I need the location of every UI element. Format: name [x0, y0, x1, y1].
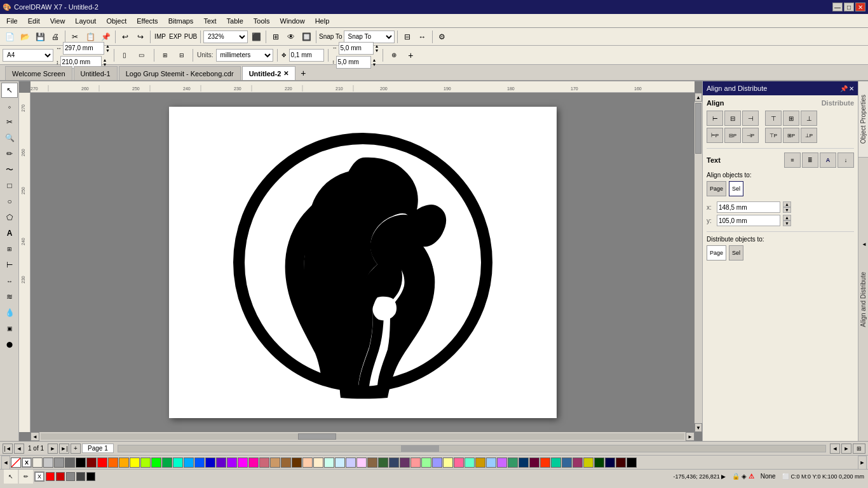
menu-tools[interactable]: Tools — [248, 16, 275, 26]
smart-fill[interactable]: ⬤ — [1, 337, 18, 352]
swatch-navy[interactable] — [389, 458, 399, 468]
y-input[interactable] — [717, 215, 780, 226]
swatch-peach[interactable] — [302, 458, 313, 468]
swatch-ltblue[interactable] — [184, 458, 194, 468]
swatch-aqua[interactable] — [465, 458, 475, 468]
swatch-ltyellow[interactable] — [443, 458, 453, 468]
no-fill-swatch[interactable] — [11, 458, 21, 468]
hscroll-right2[interactable]: ► — [841, 444, 851, 454]
swatch-mulberry[interactable] — [573, 458, 583, 468]
swatch-burgundy[interactable] — [529, 458, 539, 468]
status-color2[interactable] — [56, 472, 65, 481]
text-tool[interactable]: A — [1, 226, 18, 241]
text-align-justify[interactable]: ↓ — [837, 152, 854, 168]
dimension-tool[interactable]: ⊢ — [1, 257, 18, 273]
size1-down[interactable]: ▼ — [375, 48, 379, 53]
table-tool[interactable]: ⊞ — [1, 241, 18, 257]
connector-tool[interactable]: ↔ — [1, 273, 18, 288]
close-button[interactable]: ✕ — [855, 3, 865, 11]
swatch-dkblue[interactable] — [205, 458, 215, 468]
next-page-btn[interactable]: ► — [48, 444, 58, 454]
swatch-indigo[interactable] — [216, 458, 226, 468]
tab-welcome[interactable]: Welcome Screen — [5, 66, 72, 80]
swatch-ltpink[interactable] — [356, 458, 367, 468]
menu-object[interactable]: Object — [101, 16, 132, 26]
swatch-jade[interactable] — [551, 458, 561, 468]
size2-down[interactable]: ▼ — [372, 62, 377, 67]
publish-button[interactable]: PUB — [184, 30, 198, 44]
swatch-steel[interactable] — [562, 458, 572, 468]
units-combo[interactable]: millimeters — [216, 49, 273, 62]
hscroll-thumb[interactable] — [298, 433, 336, 440]
menu-bitmaps[interactable]: Bitmaps — [163, 16, 199, 26]
status-color1[interactable] — [46, 472, 55, 481]
status-color5[interactable] — [86, 472, 95, 481]
y-up[interactable]: ▲ — [783, 215, 791, 220]
swatch-green[interactable] — [151, 458, 161, 468]
page-tab[interactable]: Page 1 — [82, 444, 114, 453]
swatch-orange[interactable] — [108, 458, 118, 468]
swatch-red[interactable] — [97, 458, 107, 468]
node-tool[interactable]: ⬦ — [1, 98, 18, 114]
smart-draw[interactable]: 〜 — [1, 162, 18, 177]
wireframe[interactable]: 🔲 — [299, 30, 313, 44]
import-button[interactable]: IMP — [153, 30, 167, 44]
redo-button[interactable]: ↪ — [133, 30, 147, 44]
align-page-v[interactable]: ⊞P — [783, 128, 799, 143]
distribute-page[interactable]: Page — [707, 245, 726, 261]
swatch-salmon[interactable] — [410, 458, 421, 468]
height-up[interactable]: ▲ — [103, 58, 107, 62]
swatch-pink[interactable] — [248, 458, 259, 468]
swatch-darkest-green[interactable] — [594, 458, 604, 468]
undo-button[interactable]: ↩ — [118, 30, 132, 44]
page-options[interactable]: ⊞ — [158, 48, 172, 62]
swatch-prussian[interactable] — [519, 458, 529, 468]
align-page-top[interactable]: ⊤P — [765, 128, 782, 143]
snap-combo[interactable]: Snap To — [344, 30, 395, 43]
status-x-btn[interactable]: X — [34, 471, 44, 482]
save-button[interactable]: 💾 — [33, 30, 47, 44]
color-scroll-left[interactable]: ◄ — [1, 456, 10, 470]
scroll-right-button[interactable]: ► — [686, 432, 695, 441]
swatch-scarlet[interactable] — [540, 458, 550, 468]
view-mode[interactable]: 👁 — [284, 30, 298, 44]
swatch-hotpink[interactable] — [454, 458, 464, 468]
zoom-combo[interactable]: 232% 100% 50% — [203, 30, 248, 43]
swatch-blue[interactable] — [194, 458, 205, 468]
swatch-lgray[interactable] — [43, 458, 53, 468]
align-top-btn[interactable]: ⊤ — [765, 111, 782, 126]
eyedropper-tool[interactable]: 💧 — [1, 305, 18, 320]
menu-table[interactable]: Table — [222, 16, 248, 26]
swatch-wood[interactable] — [367, 458, 377, 468]
distribute-tab[interactable]: Distribute — [822, 99, 854, 107]
swatch-magenta[interactable] — [238, 458, 248, 468]
align-page-bottom[interactable]: ⊥P — [801, 128, 817, 143]
panel-pin[interactable]: 📌 — [840, 85, 848, 92]
x-down[interactable]: ▼ — [783, 207, 791, 213]
text-align-left[interactable]: ≡ — [784, 152, 801, 168]
menu-edit[interactable]: Edit — [23, 16, 45, 26]
menu-file[interactable]: File — [1, 16, 23, 26]
status-tool1[interactable]: ↖ — [4, 470, 18, 484]
swatch-chartr[interactable] — [140, 458, 151, 468]
nudge-input[interactable] — [289, 49, 324, 62]
scroll-down-button[interactable]: ▼ — [695, 423, 702, 432]
y-down[interactable]: ▼ — [783, 220, 791, 226]
tab-untitled1[interactable]: Untitled-1 — [74, 66, 118, 80]
zoom-tool[interactable]: 🔍 — [1, 130, 18, 146]
last-page-btn[interactable]: ►| — [59, 444, 69, 454]
panel-close[interactable]: ✕ — [849, 85, 854, 92]
zoom-options[interactable]: ⬛ — [249, 30, 263, 44]
swatch-amber[interactable] — [119, 458, 129, 468]
transform-button[interactable]: ⊕ — [387, 48, 401, 62]
align-tab[interactable]: Align — [707, 99, 724, 107]
swatch-rose[interactable] — [259, 458, 269, 468]
width-up[interactable]: ▲ — [105, 44, 110, 48]
hscroll-left2[interactable]: ◄ — [830, 444, 840, 454]
swatch-periwinkle[interactable] — [432, 458, 442, 468]
distribute-selection[interactable]: Sel — [729, 245, 743, 261]
swatch-violet[interactable] — [227, 458, 237, 468]
align-center-h-btn[interactable]: ⊟ — [724, 111, 741, 126]
landscape-button[interactable]: ▭ — [133, 49, 150, 62]
add-page-button[interactable]: + — [403, 48, 417, 62]
